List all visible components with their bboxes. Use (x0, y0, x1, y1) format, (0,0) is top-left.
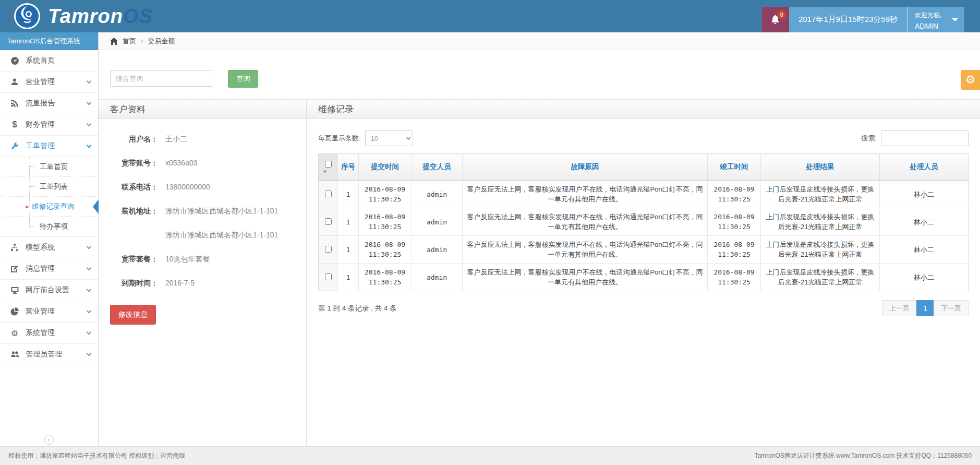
chevron-down-icon (87, 308, 92, 313)
pagination-prev-button[interactable]: 上一页 (882, 300, 917, 316)
sidebar-item-traffic-report[interactable]: 流量报告 (0, 93, 98, 114)
records-panel-title: 维修记录 (307, 100, 980, 119)
chevron-down-icon (87, 329, 92, 335)
clock-display: 2017年1月9日15时23分59秒 (789, 7, 907, 32)
sidebar-subitem-repair-records[interactable]: » 维修记录查询 (0, 197, 98, 217)
chevron-down-icon (952, 18, 958, 25)
sidebar: TamronOS后台管理系统 系统首页 营业管理 流量报告 $ 财务管理 (0, 32, 99, 446)
main-content: 首页 › 交易金额 查询 ⚙ 客户资料 用户名： 王小二 宽带账号： (99, 32, 980, 446)
row-checkbox[interactable] (325, 273, 332, 280)
dashboard-icon (9, 56, 20, 65)
breadcrumb-home[interactable]: 首页 (123, 37, 136, 46)
column-header-result[interactable]: 处理结果 (761, 154, 880, 181)
field-install-address: 装机地址： 潍坊市潍城区西城名都小区1-1-101 (110, 206, 298, 216)
table-row: 1 2016-08-09 11:30:25 admin 客户反应无法上网，客服核… (319, 264, 969, 291)
sidebar-item-system-home[interactable]: 系统首页 (0, 50, 98, 71)
user-menu[interactable]: 欢迎光临, ADMIN (907, 7, 964, 32)
table-row: 1 2016-08-09 11:30:25 admin 客户反应无法上网，客服核… (319, 236, 969, 264)
field-broadband-plan: 宽带套餐： 10兆包年套餐 (110, 254, 298, 264)
edit-info-button[interactable]: 修改信息 (110, 305, 156, 325)
active-pointer-icon (93, 199, 99, 214)
sidebar-item-workorder-mgmt[interactable]: 工单管理 (0, 136, 98, 157)
sidebar-subitem-workorder-home[interactable]: 工单首页 (0, 157, 98, 177)
logo-text: TamronOS (48, 5, 153, 28)
global-query-input[interactable] (110, 70, 212, 87)
column-header-fault[interactable]: 故障原因 (463, 154, 708, 181)
sidebar-item-model-system[interactable]: 模型系统 (0, 237, 98, 258)
column-header-submit-time[interactable]: 提交时间 (359, 154, 412, 181)
repair-records-table: 序号 提交时间 提交人员 故障原因 竣工时间 处理结果 处理人员 (318, 153, 969, 291)
pagination-next-button[interactable]: 下一页 (934, 300, 969, 316)
row-checkbox[interactable] (325, 246, 332, 253)
column-header-finish-time[interactable]: 竣工时间 (708, 154, 761, 181)
table-row: 1 2016-08-09 11:30:25 admin 客户反应无法上网，客服核… (319, 181, 969, 208)
column-header-submitter[interactable]: 提交人员 (412, 154, 463, 181)
field-username: 用户名： 王小二 (110, 134, 298, 144)
sitemap-icon (9, 243, 20, 252)
row-checkbox[interactable] (325, 218, 332, 225)
sidebar-item-business-mgmt[interactable]: 营业管理 (0, 71, 98, 93)
pagination: 上一页 1 下一页 (882, 300, 969, 316)
page-size-label: 每页显示条数: (318, 134, 361, 143)
notification-badge: 8 (777, 10, 787, 19)
topbar: TamronOS 8 2017年1月9日15时23分59秒 欢迎光临, ADMI… (0, 0, 980, 32)
sidebar-collapse-button[interactable]: « (44, 435, 54, 445)
chevron-down-icon (87, 265, 92, 270)
records-summary: 第 1 到 4 条记录 , 共 4 条 (318, 304, 397, 313)
field-broadband-account: 宽带账号： x0536a03 (110, 158, 298, 168)
logo-emblem-icon (14, 3, 41, 30)
sidebar-subitem-todo[interactable]: 待办事项 (0, 217, 98, 236)
chevron-down-icon (87, 351, 92, 356)
welcome-text: 欢迎光临, (915, 11, 946, 20)
app-logo: TamronOS (14, 3, 153, 30)
settings-gear-button[interactable]: ⚙ (961, 70, 980, 90)
sidebar-item-portal-settings[interactable]: 网厅前台设置 (0, 280, 98, 301)
sidebar-item-message-mgmt[interactable]: 消息管理 (0, 258, 98, 280)
page-size-select[interactable]: 10 (365, 130, 413, 146)
chevron-down-icon (87, 100, 92, 105)
chevron-down-icon (87, 142, 92, 148)
chevron-down-icon (87, 287, 92, 292)
footer-brand-text: TamronOS腾龙认证计费系统 www.TamronOS.com 技术支持QQ… (754, 451, 972, 460)
pagination-page-1-button[interactable]: 1 (916, 300, 934, 316)
gears-icon: ⚙ (9, 328, 20, 338)
query-toolbar: 查询 (99, 50, 980, 99)
sidebar-item-admin-mgmt[interactable]: 管理员管理 (0, 344, 98, 365)
footer: 授权使用：潍坊家园驿站电子技术有限公司 授权级别：运营商版 TamronOS腾龙… (0, 446, 980, 465)
column-header-seq[interactable]: 序号 (338, 154, 359, 181)
customer-panel: 客户资料 用户名： 王小二 宽带账号： x0536a03 联系电话： 13800… (99, 100, 307, 446)
table-search-input[interactable] (881, 130, 969, 146)
breadcrumb-current: 交易金额 (148, 37, 175, 46)
sidebar-subitem-workorder-list[interactable]: 工单列表 (0, 177, 98, 197)
breadcrumb-separator: › (141, 37, 143, 45)
username: ADMIN (915, 22, 946, 30)
sidebar-item-system-mgmt[interactable]: ⚙ 系统管理 (0, 323, 98, 344)
gear-icon: ⚙ (965, 73, 976, 87)
breadcrumb: 首页 › 交易金额 (99, 32, 980, 50)
sidebar-item-finance-mgmt[interactable]: $ 财务管理 (0, 114, 98, 136)
footer-license-text: 授权使用：潍坊家园驿站电子技术有限公司 授权级别：运营商版 (8, 451, 185, 460)
pie-chart-icon (9, 307, 20, 316)
query-button[interactable]: 查询 (228, 70, 258, 88)
table-search-label: 搜索: (861, 134, 877, 143)
column-header-handler[interactable]: 处理人员 (880, 154, 969, 181)
chevron-down-icon (87, 78, 92, 84)
users-icon (9, 350, 20, 359)
desktop-icon (9, 286, 20, 294)
workorder-submenu: 工单首页 工单列表 » 维修记录查询 待办事项 (0, 157, 98, 237)
edit-icon (9, 265, 20, 273)
customer-panel-title: 客户资料 (99, 100, 306, 119)
wrench-icon (9, 142, 20, 150)
select-all-checkbox[interactable] (325, 161, 332, 168)
dollar-icon: $ (9, 120, 20, 129)
select-all-header[interactable] (319, 154, 338, 181)
field-install-address-2: 潍坊市潍城区西城名都小区1-1-101 (110, 230, 298, 240)
user-icon (9, 78, 20, 86)
field-phone: 联系电话： 13800000000 (110, 182, 298, 192)
active-marker-icon: » (25, 202, 29, 210)
row-checkbox[interactable] (325, 190, 332, 197)
notifications-button[interactable]: 8 (762, 7, 789, 32)
chevron-down-icon (87, 244, 92, 249)
home-icon (110, 38, 118, 45)
sidebar-item-business-mgmt-2[interactable]: 营业管理 (0, 301, 98, 323)
